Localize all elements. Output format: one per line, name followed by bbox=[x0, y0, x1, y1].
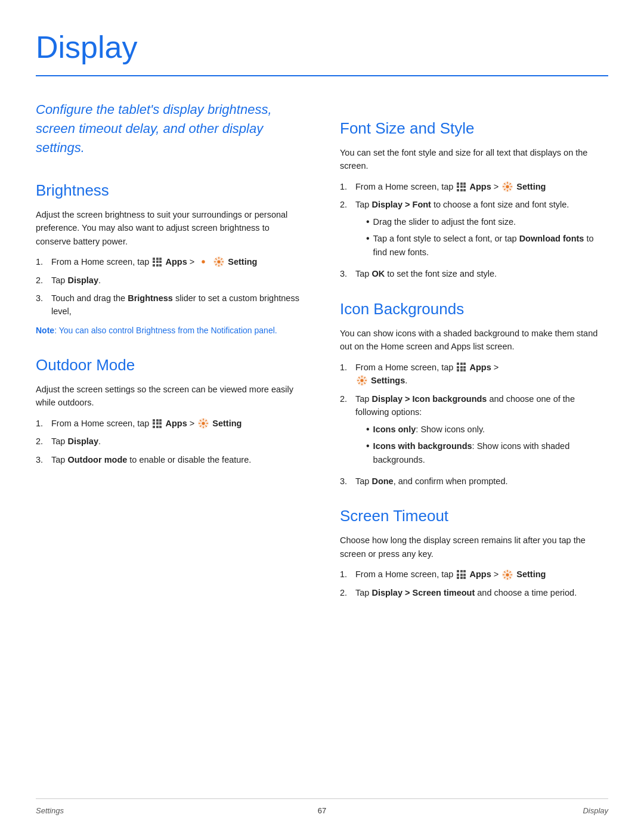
footer-page-number: 67 bbox=[318, 805, 326, 817]
note-label: Note bbox=[36, 326, 54, 335]
apps-label: Apps bbox=[165, 257, 187, 267]
section-title-brightness: Brightness bbox=[36, 179, 304, 202]
font-bullet-2: Tap a font style to select a font, or ta… bbox=[366, 232, 608, 259]
font-bullet-1: Drag the slider to adjust the font size. bbox=[366, 215, 608, 228]
settings-gear-icon-timeout bbox=[502, 569, 513, 580]
font-step-3: 3. Tap OK to set the font size and style… bbox=[340, 267, 608, 280]
timeout-step-2: 2. Tap Display > Screen timeout and choo… bbox=[340, 586, 608, 599]
font-size-body: You can set the font style and size for … bbox=[340, 146, 608, 173]
settings-gear-icon bbox=[198, 256, 209, 267]
settings-gear-icon-2 bbox=[213, 256, 224, 267]
font-step-2: 2. Tap Display > Font to choose a font s… bbox=[340, 198, 608, 262]
screen-timeout-steps: 1. From a Home screen, tap Apps > bbox=[340, 568, 608, 599]
svg-point-1 bbox=[218, 261, 221, 264]
footer-right: Display bbox=[583, 805, 608, 817]
outdoor-mode-steps: 1. From a Home screen, tap Apps > bbox=[36, 417, 304, 466]
font-bullets: Drag the slider to adjust the font size.… bbox=[355, 215, 608, 259]
icon-step-3: 3. Tap Done, and confirm when prompted. bbox=[340, 475, 608, 488]
font-size-steps: 1. From a Home screen, tap Apps > bbox=[340, 180, 608, 281]
brightness-note: Note: You can also control Brightness fr… bbox=[36, 324, 304, 337]
intro-text: Configure the tablet's display brightnes… bbox=[36, 100, 292, 157]
left-column: Configure the tablet's display brightnes… bbox=[36, 94, 304, 605]
svg-point-3 bbox=[202, 422, 205, 425]
brightness-body: Adjust the screen brightness to suit you… bbox=[36, 208, 304, 248]
apps-grid-icon-icons bbox=[457, 363, 466, 371]
right-column: Font Size and Style You can set the font… bbox=[340, 94, 608, 605]
apps-grid-icon-outdoor bbox=[153, 419, 162, 428]
settings-gear-icon-outdoor bbox=[198, 418, 209, 429]
timeout-step-1: 1. From a Home screen, tap Apps > bbox=[340, 568, 608, 581]
font-step-1: 1. From a Home screen, tap Apps > bbox=[340, 180, 608, 193]
svg-point-9 bbox=[506, 573, 509, 576]
brightness-step-1: 1. From a Home screen, tap Apps > bbox=[36, 255, 304, 268]
screen-timeout-body: Choose how long the display screen remai… bbox=[340, 534, 608, 561]
icon-bullet-1: Icons only: Show icons only. bbox=[366, 423, 608, 436]
apps-grid-icon-font bbox=[457, 182, 466, 191]
outdoor-step-1: 1. From a Home screen, tap Apps > bbox=[36, 417, 304, 430]
icon-step-2: 2. Tap Display > Icon backgrounds and ch… bbox=[340, 392, 608, 470]
title-divider bbox=[36, 75, 608, 76]
brightness-step-2: 2. Tap Display. bbox=[36, 274, 304, 287]
page-container: Display Configure the tablet's display b… bbox=[0, 0, 644, 833]
apps-grid-icon bbox=[153, 258, 162, 267]
outdoor-step-3: 3. Tap Outdoor mode to enable or disable… bbox=[36, 453, 304, 466]
outdoor-mode-body: Adjust the screen settings so the screen… bbox=[36, 383, 304, 410]
outdoor-step-2: 2. Tap Display. bbox=[36, 435, 304, 448]
brightness-steps: 1. From a Home screen, tap Apps > bbox=[36, 255, 304, 318]
two-column-layout: Configure the tablet's display brightnes… bbox=[36, 94, 608, 605]
page-footer: Settings 67 Display bbox=[36, 798, 608, 817]
svg-point-5 bbox=[506, 185, 509, 188]
settings-gear-icon-font bbox=[502, 181, 513, 192]
icon-bullet-2: Icons with backgrounds: Show icons with … bbox=[366, 439, 608, 466]
icon-bullets: Icons only: Show icons only. Icons with … bbox=[355, 423, 608, 466]
brightness-step-3: 3. Touch and drag the Brightness slider … bbox=[36, 292, 304, 318]
icon-backgrounds-steps: 1. From a Home screen, tap Apps > bbox=[340, 361, 608, 488]
apps-grid-icon-timeout bbox=[457, 570, 466, 579]
section-title-icon-backgrounds: Icon Backgrounds bbox=[340, 298, 608, 321]
setting-label: Setting bbox=[228, 257, 257, 267]
svg-point-7 bbox=[360, 379, 363, 382]
section-title-screen-timeout: Screen Timeout bbox=[340, 504, 608, 528]
section-title-outdoor-mode: Outdoor Mode bbox=[36, 354, 304, 377]
section-title-font-size: Font Size and Style bbox=[340, 117, 608, 140]
icon-backgrounds-body: You can show icons with a shaded backgro… bbox=[340, 327, 608, 354]
icon-step-1: 1. From a Home screen, tap Apps > bbox=[340, 361, 608, 388]
settings-gear-icon-icons bbox=[357, 375, 367, 386]
page-title: Display bbox=[36, 24, 608, 70]
footer-left: Settings bbox=[36, 805, 64, 817]
